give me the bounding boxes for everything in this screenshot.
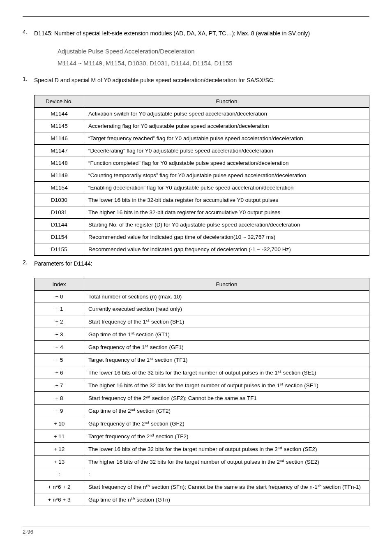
cell-value: Gap time of the nᵗʰ section (GTn) [84,493,369,506]
table-row: D1031The higher 16 bits in the 32-bit da… [35,206,369,218]
th-function: Function [84,278,369,291]
cell-value: “Target frequency reached” flag for Y0 a… [84,132,369,144]
cell-key: + 10 [35,417,84,430]
table-row: : : [35,468,369,481]
table-row: + 11Target frequency of the 2ⁿᵈ section … [35,430,369,443]
cell-value: Target frequency of the 2ⁿᵈ section (TF2… [84,430,369,443]
table-row: M1144Activation switch for Y0 adjustable… [35,107,369,120]
cell-value: : [84,468,369,481]
table-row: Index Function [35,278,369,291]
th-function: Function [84,95,369,107]
cell-value: Gap time of the 1ˢᵗ section (GT1) [84,328,369,341]
header-line-2: M1144 ~ M1149, M1154, D1030, D1031, D114… [58,60,369,67]
cell-value: Recommended value for indicated gap freq… [84,243,369,255]
cell-value: The lower 16 bits of the 32 bits for the… [84,366,369,379]
cell-key: D1031 [35,206,84,218]
footer: 2-96 [23,527,369,543]
cell-value: Total number of sections (n) (max. 10) [84,291,369,303]
table-row: + 3Gap time of the 1ˢᵗ section (GT1) [35,328,369,341]
cell-key: M1149 [35,169,84,181]
item-4: 4. D1145: Number of special left-side ex… [23,29,369,38]
table-row: + 5Target frequency of the 1ˢᵗ section (… [35,354,369,366]
table-row: + 13The higher 16 bits of the 32 bits fo… [35,456,369,468]
section-2-number: 2. [23,259,34,268]
table-row: + 1Currently executed section (read only… [35,303,369,315]
table-row: D1030The lower 16 bits in the 32-bit dat… [35,194,369,206]
cell-value: Accerlerating flag for Y0 adjustable pul… [84,120,369,132]
table-row: + 6The lower 16 bits of the 32 bits for … [35,366,369,379]
table-row: + 0Total number of sections (n) (max. 10… [35,291,369,303]
table-row: M1149“Counting temporarily stops” flag f… [35,169,369,181]
cell-value: Start frequency of the 1ˢᵗ section (SF1) [84,315,369,328]
cell-value: The lower 16 bits of the 32 bits for the… [84,443,369,456]
cell-value: Gap frequency of the 1ˢᵗ section (GF1) [84,341,369,354]
cell-key: + 11 [35,430,84,443]
section-2: 2. Parameters for D1144: [23,259,369,268]
cell-key: + 4 [35,341,84,354]
cell-key: M1145 [35,120,84,132]
item-4-number: 4. [23,29,34,38]
cell-key: + n*6 + 2 [35,481,84,493]
cell-key: : [35,468,84,481]
cell-value: Start frequency of the nᵗʰ section (SFn)… [84,481,369,493]
cell-value: The lower 16 bits in the 32-bit data reg… [84,194,369,206]
table-row: + 12The lower 16 bits of the 32 bits for… [35,443,369,456]
cell-key: D1030 [35,194,84,206]
table-row: + 4Gap frequency of the 1ˢᵗ section (GF1… [35,341,369,354]
cell-value: Activation switch for Y0 adjustable puls… [84,107,369,120]
cell-value: Gap time of the 2ⁿᵈ section (GT2) [84,405,369,417]
table-row: Device No. Function [35,95,369,107]
table-row: + 2Start frequency of the 1ˢᵗ section (S… [35,315,369,328]
table-devices: Device No. Function M1144Activation swit… [34,95,369,256]
header-block: Adjustable Pulse Speed Acceleration/Dece… [58,48,369,67]
cell-key: + 6 [35,366,84,379]
item-4-text: D1145: Number of special left-side exten… [34,29,369,38]
table-row: + 10Gap frequency of the 2ⁿᵈ section (GF… [35,417,369,430]
section-1-number: 1. [23,76,34,85]
table-parameters: Index Function + 0Total number of sectio… [34,278,369,506]
cell-value: Gap frequency of the 2ⁿᵈ section (GF2) [84,417,369,430]
section-2-intro: Parameters for D1144: [34,259,369,268]
table-row: M1148“Function completed” flag for Y0 ad… [35,157,369,169]
table-row: M1154“Enabling deceleration” flag for Y0… [35,181,369,194]
table-row: + n*6 + 3Gap time of the nᵗʰ section (GT… [35,493,369,506]
section-1: 1. Special D and special M of Y0 adjusta… [23,76,369,85]
cell-key: + 7 [35,379,84,392]
cell-value: “Counting temporarily stops” flag for Y0… [84,169,369,181]
cell-value: The higher 16 bits of the 32 bits for th… [84,456,369,468]
cell-value: The higher 16 bits of the 32 bits for th… [84,379,369,392]
top-rule [23,16,369,17]
th-index: Index [35,278,84,291]
section-1-intro: Special D and special M of Y0 adjustable… [34,76,369,85]
cell-key: + 3 [35,328,84,341]
cell-key: + 1 [35,303,84,315]
cell-key: M1148 [35,157,84,169]
table-row: + 7The higher 16 bits of the 32 bits for… [35,379,369,392]
cell-key: + 12 [35,443,84,456]
cell-value: “Function completed” flag for Y0 adjusta… [84,157,369,169]
table-row: M1146“Target frequency reached” flag for… [35,132,369,144]
cell-value: “Enabling deceleration” flag for Y0 adju… [84,181,369,194]
cell-key: M1154 [35,181,84,194]
cell-key: + 5 [35,354,84,366]
cell-key: + n*6 + 3 [35,493,84,506]
cell-key: M1144 [35,107,84,120]
cell-key: D1155 [35,243,84,255]
cell-value: The higher 16 bits in the 32-bit data re… [84,206,369,218]
page-number: 2-96 [23,529,369,535]
cell-key: D1154 [35,231,84,243]
cell-key: + 0 [35,291,84,303]
cell-value: Target frequency of the 1ˢᵗ section (TF1… [84,354,369,366]
cell-key: D1144 [35,218,84,231]
cell-key: + 13 [35,456,84,468]
table-row: D1154Recommended value for indicated gap… [35,231,369,243]
table-row: + 8Start frequency of the 2ⁿᵈ section (S… [35,392,369,405]
table-row: + n*6 + 2Start frequency of the nᵗʰ sect… [35,481,369,493]
table-row: D1155Recommended value for indicated gap… [35,243,369,255]
cell-key: + 9 [35,405,84,417]
cell-value: Start frequency of the 2ⁿᵈ section (SF2)… [84,392,369,405]
cell-key: + 2 [35,315,84,328]
cell-key: M1146 [35,132,84,144]
cell-key: M1147 [35,144,84,157]
table-row: M1145Accerlerating flag for Y0 adjustabl… [35,120,369,132]
